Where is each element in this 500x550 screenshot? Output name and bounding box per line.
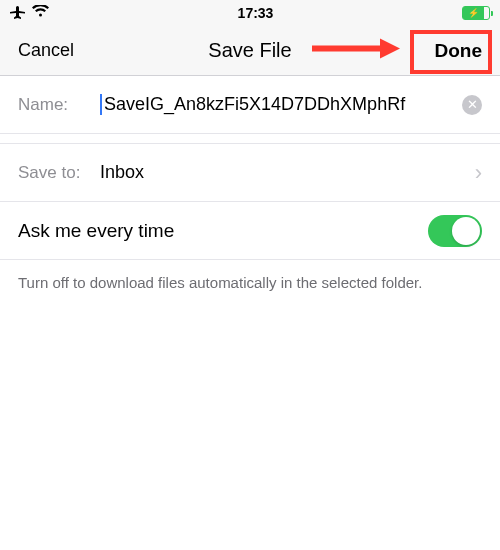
save-to-value: Inbox bbox=[100, 162, 144, 183]
chevron-right-icon: › bbox=[475, 160, 482, 186]
status-bar: 17:33 ⚡ bbox=[0, 0, 500, 26]
ask-every-time-toggle[interactable] bbox=[428, 215, 482, 247]
save-to-row[interactable]: Save to: Inbox › bbox=[0, 144, 500, 202]
page-title: Save File bbox=[208, 39, 291, 62]
save-to-label: Save to: bbox=[18, 163, 100, 183]
status-right: ⚡ bbox=[462, 6, 490, 20]
ask-every-time-row: Ask me every time bbox=[0, 202, 500, 260]
content: Name: SaveIG_An8kzFi5X14D7DDhXMphRf ✕ Sa… bbox=[0, 76, 500, 305]
status-left bbox=[10, 4, 49, 23]
name-label: Name: bbox=[18, 95, 100, 115]
battery-icon: ⚡ bbox=[462, 6, 490, 20]
status-time: 17:33 bbox=[238, 5, 274, 21]
section-gap bbox=[0, 134, 500, 144]
svg-marker-1 bbox=[380, 38, 400, 58]
name-row: Name: SaveIG_An8kzFi5X14D7DDhXMphRf ✕ bbox=[0, 76, 500, 134]
close-icon: ✕ bbox=[467, 97, 478, 112]
wifi-icon bbox=[32, 5, 49, 21]
filename-input[interactable]: SaveIG_An8kzFi5X14D7DDhXMphRf bbox=[100, 94, 456, 115]
ask-every-time-label: Ask me every time bbox=[18, 220, 174, 242]
annotation-arrow bbox=[310, 36, 400, 65]
charging-bolt-icon: ⚡ bbox=[468, 9, 479, 18]
switch-knob bbox=[452, 217, 480, 245]
footer-description: Turn off to download files automatically… bbox=[0, 260, 500, 305]
airplane-mode-icon bbox=[10, 4, 26, 23]
cancel-button[interactable]: Cancel bbox=[18, 40, 74, 61]
nav-bar: Cancel Save File Done bbox=[0, 26, 500, 76]
done-button[interactable]: Done bbox=[435, 40, 483, 62]
clear-text-button[interactable]: ✕ bbox=[462, 95, 482, 115]
